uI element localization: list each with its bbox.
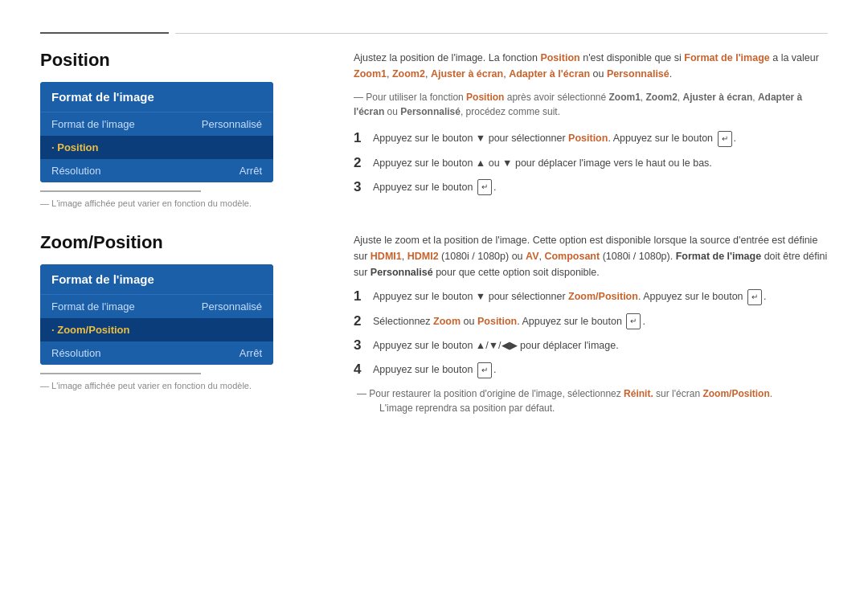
position-menu-row-2: Résolution Arrêt [40, 159, 273, 182]
zoom-step-text-4: Appuyez sur le bouton ↵. [373, 362, 828, 378]
zoom-step-num-3: 3 [354, 337, 373, 353]
position-step-3: 3 Appuyez sur le bouton ↵. [354, 179, 828, 196]
position-menu-row-0: Format de l'image Personnalisé [40, 112, 273, 136]
position-menu-value-0: Personnalisé [202, 118, 262, 130]
position-step-num-3: 3 [354, 179, 373, 195]
zoom-left-divider [40, 373, 201, 374]
position-menu-value-2: Arrêt [240, 165, 262, 177]
zoom-menu-row-2: Résolution Arrêt [40, 341, 273, 365]
zoom-sub-note: Pour restaurer la position d'origine de … [354, 386, 828, 415]
position-description: Ajustez la position de l'image. La fonct… [354, 50, 828, 82]
zoom-step-num-2: 2 [354, 313, 373, 329]
top-divider [40, 32, 828, 34]
position-step-text-3: Appuyez sur le bouton ↵. [373, 179, 828, 196]
position-step-2: 2 Appuyez sur le bouton ▲ ou ▼ pour dépl… [354, 155, 828, 171]
zoom-step-3: 3 Appuyez sur le bouton ▲/▼/◀▶ pour dépl… [354, 337, 828, 353]
zoom-step-1: 1 Appuyez sur le bouton ▼ pour sélection… [354, 288, 828, 305]
zoom-menu-value-0: Personnalisé [202, 300, 262, 313]
position-section-left: Position Format de l'image Format de l'i… [40, 50, 346, 208]
zoom-step-text-1: Appuyez sur le bouton ▼ pour sélectionne… [373, 288, 828, 305]
zoom-description: Ajuste le zoom et la position de l'image… [354, 232, 828, 280]
zoom-menu-row-1: · Zoom/Position [40, 318, 273, 341]
position-step-num-2: 2 [354, 155, 373, 171]
zoom-note: L'image affichée peut varier en fonction… [40, 381, 321, 390]
position-sub-note: Pour utiliser la fonction Position après… [354, 90, 828, 119]
zoom-menu-box: Format de l'image Format de l'image Pers… [40, 264, 273, 365]
position-menu-box: Format de l'image Format de l'image Pers… [40, 82, 273, 182]
zoom-menu-header: Format de l'image [40, 264, 273, 295]
zoom-step-text-2: Sélectionnez Zoom ou Position. Appuyez s… [373, 313, 828, 330]
position-menu-label-2: Résolution [51, 165, 100, 177]
position-step-1: 1 Appuyez sur le bouton ▼ pour sélection… [354, 130, 828, 147]
zoom-menu-label-1: · Zoom/Position [51, 324, 130, 336]
position-menu-header: Format de l'image [40, 82, 273, 112]
zoom-section-left: Zoom/Position Format de l'image Format d… [40, 232, 346, 415]
zoom-step-4: 4 Appuyez sur le bouton ↵. [354, 362, 828, 378]
position-menu-label-1: · Position [51, 141, 99, 153]
zoom-step-2: 2 Sélectionnez Zoom ou Position. Appuyez… [354, 313, 828, 330]
position-menu-label-0: Format de l'image [51, 118, 135, 130]
position-step-num-1: 1 [354, 130, 373, 146]
position-title: Position [40, 50, 321, 71]
zoom-step-num-1: 1 [354, 288, 373, 304]
zoom-section-right: Ajuste le zoom et la position de l'image… [346, 232, 828, 415]
zoom-menu-row-0: Format de l'image Personnalisé [40, 295, 273, 318]
position-step-text-1: Appuyez sur le bouton ▼ pour sélectionne… [373, 130, 828, 147]
position-step-text-2: Appuyez sur le bouton ▲ ou ▼ pour déplac… [373, 155, 828, 171]
position-section: Position Format de l'image Format de l'i… [40, 50, 828, 208]
position-menu-row-1: · Position [40, 136, 273, 159]
zoom-step-text-3: Appuyez sur le bouton ▲/▼/◀▶ pour déplac… [373, 337, 828, 353]
position-section-right: Ajustez la position de l'image. La fonct… [346, 50, 828, 208]
position-note: L'image affichée peut varier en fonction… [40, 198, 321, 208]
zoom-title: Zoom/Position [40, 232, 321, 253]
zoom-menu-label-0: Format de l'image [51, 300, 135, 313]
position-left-divider [40, 190, 201, 192]
zoom-step-num-4: 4 [354, 362, 373, 378]
zoom-menu-label-2: Résolution [51, 347, 100, 359]
zoom-section: Zoom/Position Format de l'image Format d… [40, 232, 828, 415]
zoom-menu-value-2: Arrêt [240, 347, 262, 359]
